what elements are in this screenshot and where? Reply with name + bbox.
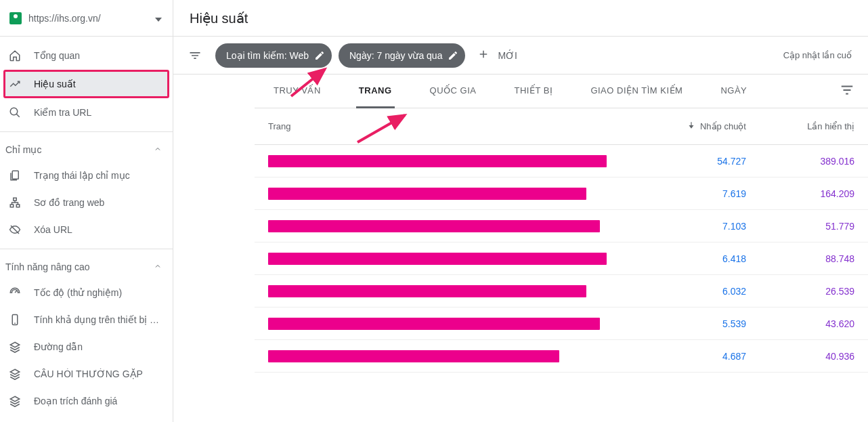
nav-label: Tốc độ (thử nghiệm): [34, 287, 122, 298]
home-icon: [8, 49, 22, 62]
removals-icon: [8, 224, 22, 236]
nav-mobile-usability[interactable]: Tính khả dụng trên thiết bị di …: [0, 306, 173, 333]
nav-section-primary: Tổng quan Hiệu suất Kiểm tra URL: [0, 37, 173, 132]
nav-label: Hiệu suất: [34, 79, 76, 89]
nav-label: Tổng quan: [34, 50, 80, 61]
tab-quốc-gia[interactable]: QUỐC GIA: [427, 75, 479, 108]
nav-header-label: Tính năng nâng cao: [5, 261, 90, 272]
cell-impressions: 389.016: [746, 156, 854, 167]
table-row[interactable]: 4.68740.936: [255, 340, 868, 373]
plus-icon: [477, 48, 490, 62]
page-title: Hiệu suất: [190, 10, 248, 26]
nav-removals[interactable]: Xóa URL: [0, 216, 173, 243]
page-header: Hiệu suất: [173, 0, 868, 37]
chevron-up-icon: [154, 144, 162, 155]
cell-impressions: 88.748: [746, 253, 854, 264]
table-row[interactable]: 6.03226.539: [255, 275, 868, 308]
content-area: TRUY VẤNTRANGQUỐC GIATHIẾT BỊGIAO DIỆN T…: [173, 75, 868, 422]
table-filter-button[interactable]: [840, 83, 868, 100]
cell-page: [268, 285, 631, 297]
layers-icon: [8, 368, 22, 380]
cell-page: [268, 350, 631, 362]
nav-breadcrumbs[interactable]: Đường dẫn: [0, 333, 173, 360]
edit-icon: [448, 50, 458, 61]
table-row[interactable]: 7.619164.209: [255, 177, 868, 210]
nav-section-index: Chỉ mục Trạng thái lập chỉ mục Sơ đồ tra…: [0, 132, 173, 249]
cell-impressions: 51.779: [746, 221, 854, 232]
table-row[interactable]: 7.10351.779: [255, 210, 868, 242]
tab-row: TRUY VẤNTRANGQUỐC GIATHIẾT BỊGIAO DIỆN T…: [255, 75, 766, 108]
nav-label: Kiểm tra URL: [34, 107, 91, 118]
chip-search-type[interactable]: Loại tìm kiếm: Web: [215, 43, 332, 68]
site-url: https://ihs.org.vn/: [28, 13, 148, 24]
nav-coverage[interactable]: Trạng thái lập chỉ mục: [0, 162, 173, 189]
nav-faq[interactable]: CÂU HỎI THƯỜNG GẶP: [0, 360, 173, 387]
cell-impressions: 40.936: [746, 351, 854, 362]
add-filter-button[interactable]: MỚI: [472, 48, 523, 62]
nav-label: Trạng thái lập chỉ mục: [34, 170, 130, 181]
dimension-tabs: TRUY VẤNTRANGQUỐC GIATHIẾT BỊGIAO DIỆN T…: [255, 75, 868, 108]
table-row[interactable]: 54.727389.016: [255, 145, 868, 177]
coverage-icon: [8, 169, 22, 182]
add-filter-label: MỚI: [498, 50, 517, 61]
nav-label: Tính khả dụng trên thiết bị di …: [34, 314, 162, 325]
col-header-clicks[interactable]: Nhấp chuột: [631, 121, 746, 132]
app-root: https://ihs.org.vn/ Tổng quan Hiệu suất: [0, 0, 868, 422]
tab-giao-diện-tìm-kiếm[interactable]: GIAO DIỆN TÌM KIẾM: [588, 75, 685, 108]
edit-icon: [314, 50, 325, 61]
sidebar: https://ihs.org.vn/ Tổng quan Hiệu suất: [0, 0, 173, 422]
nav-overview[interactable]: Tổng quan: [0, 42, 173, 69]
nav-header-index[interactable]: Chỉ mục: [0, 138, 173, 162]
layers-icon: [8, 341, 22, 353]
nav-section-enhancements: Tính năng nâng cao Tốc độ (thử nghiệm) T…: [0, 249, 173, 420]
nav-url-inspect[interactable]: Kiểm tra URL: [0, 99, 173, 126]
cell-page: [268, 155, 631, 167]
mobile-icon: [8, 314, 22, 326]
col-header-clicks-label: Nhấp chuột: [700, 121, 746, 131]
filter-list-button[interactable]: [181, 42, 209, 69]
cell-page: [268, 220, 631, 232]
cell-clicks: 6.418: [631, 253, 746, 264]
chip-label: Ngày: 7 ngày vừa qua: [349, 50, 442, 61]
nav-header-enhancements[interactable]: Tính năng nâng cao: [0, 255, 173, 279]
cell-page: [268, 318, 631, 330]
table-body: 54.727389.0167.619164.2097.10351.7796.41…: [255, 145, 868, 373]
redacted-bar: [268, 285, 586, 297]
col-header-page[interactable]: Trang: [268, 121, 631, 131]
filter-bar: Loại tìm kiếm: Web Ngày: 7 ngày vừa qua …: [173, 37, 868, 75]
chip-date-range[interactable]: Ngày: 7 ngày vừa qua: [339, 43, 465, 68]
nav-performance[interactable]: Hiệu suất: [4, 70, 169, 98]
cell-impressions: 26.539: [746, 286, 854, 297]
nav-review-snippets[interactable]: Đoạn trích đánh giá: [0, 387, 173, 415]
search-icon: [8, 106, 22, 119]
nav-sitemaps[interactable]: Sơ đồ trang web: [0, 189, 173, 216]
nav-label: Sơ đồ trang web: [34, 197, 104, 208]
cell-clicks: 4.687: [631, 351, 746, 362]
table-row[interactable]: 6.41888.748: [255, 242, 868, 275]
svg-rect-3: [10, 205, 14, 207]
chevron-up-icon: [154, 261, 162, 272]
svg-rect-2: [14, 198, 17, 201]
nav-speed[interactable]: Tốc độ (thử nghiệm): [0, 279, 173, 306]
col-header-impressions[interactable]: Lần hiển thị: [746, 121, 854, 131]
tab-ngày[interactable]: NGÀY: [718, 75, 750, 108]
sitemap-icon: [8, 196, 22, 209]
table-header: Trang Nhấp chuột Lần hiển thị: [255, 108, 868, 145]
tab-truy-vấn[interactable]: TRUY VẤN: [271, 75, 324, 108]
cell-clicks: 7.103: [631, 221, 746, 232]
sort-down-icon: [687, 121, 696, 132]
cell-clicks: 54.727: [631, 156, 746, 167]
cell-clicks: 6.032: [631, 286, 746, 297]
chip-label: Loại tìm kiếm: Web: [226, 50, 309, 61]
site-favicon-icon: [9, 12, 22, 24]
redacted-bar: [268, 155, 607, 167]
layers-icon: [8, 395, 22, 407]
property-selector[interactable]: https://ihs.org.vn/: [0, 0, 173, 37]
cell-clicks: 5.539: [631, 318, 746, 329]
table-row[interactable]: 5.53943.620: [255, 308, 868, 340]
tab-thiết-bị[interactable]: THIẾT BỊ: [511, 75, 555, 108]
cell-clicks: 7.619: [631, 188, 746, 199]
cell-impressions: 164.209: [746, 188, 854, 199]
tab-trang[interactable]: TRANG: [356, 75, 395, 108]
trend-icon: [8, 78, 22, 90]
